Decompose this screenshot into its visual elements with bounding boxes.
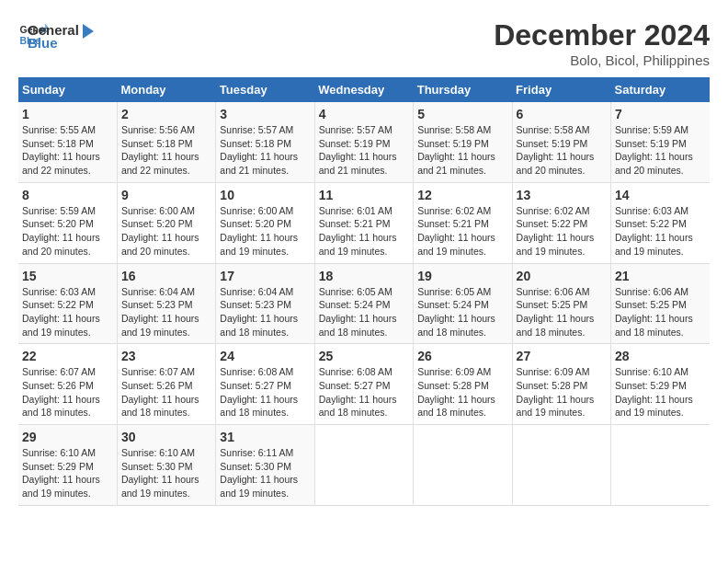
col-friday: Friday <box>512 77 610 102</box>
col-wednesday: Wednesday <box>314 77 413 102</box>
day-number: 12 <box>417 188 507 202</box>
table-cell: 4Sunrise: 5:57 AMSunset: 5:19 PMDaylight… <box>314 102 413 182</box>
table-cell: 25Sunrise: 6:08 AMSunset: 5:27 PMDayligh… <box>314 344 413 425</box>
page-title: December 2024 <box>494 18 710 52</box>
day-number: 18 <box>319 269 409 283</box>
calendar-week-1: 1Sunrise: 5:55 AMSunset: 5:18 PMDaylight… <box>18 102 710 182</box>
day-info: Sunrise: 6:00 AMSunset: 5:20 PMDaylight:… <box>220 205 298 257</box>
day-info: Sunrise: 5:57 AMSunset: 5:18 PMDaylight:… <box>220 124 298 176</box>
day-info: Sunrise: 5:58 AMSunset: 5:19 PMDaylight:… <box>517 124 595 176</box>
col-saturday: Saturday <box>611 77 710 102</box>
table-cell <box>611 425 710 506</box>
day-number: 10 <box>220 188 310 202</box>
table-cell: 28Sunrise: 6:10 AMSunset: 5:29 PMDayligh… <box>611 344 710 425</box>
table-cell: 11Sunrise: 6:01 AMSunset: 5:21 PMDayligh… <box>314 182 413 263</box>
day-number: 25 <box>319 349 409 363</box>
logo: General Blue General Blue <box>18 18 97 51</box>
day-info: Sunrise: 5:56 AMSunset: 5:18 PMDaylight:… <box>121 124 199 176</box>
day-info: Sunrise: 6:03 AMSunset: 5:22 PMDaylight:… <box>22 286 100 338</box>
day-info: Sunrise: 6:08 AMSunset: 5:27 PMDaylight:… <box>319 366 397 418</box>
day-info: Sunrise: 6:01 AMSunset: 5:21 PMDaylight:… <box>319 205 397 257</box>
day-info: Sunrise: 5:59 AMSunset: 5:19 PMDaylight:… <box>615 124 693 176</box>
col-thursday: Thursday <box>414 77 512 102</box>
col-monday: Monday <box>117 77 215 102</box>
calendar-week-3: 15Sunrise: 6:03 AMSunset: 5:22 PMDayligh… <box>18 263 710 344</box>
day-number: 28 <box>615 349 706 363</box>
table-cell: 15Sunrise: 6:03 AMSunset: 5:22 PMDayligh… <box>18 263 117 344</box>
table-cell: 27Sunrise: 6:09 AMSunset: 5:28 PMDayligh… <box>512 344 610 425</box>
day-info: Sunrise: 5:58 AMSunset: 5:19 PMDaylight:… <box>417 124 495 176</box>
day-info: Sunrise: 5:55 AMSunset: 5:18 PMDaylight:… <box>22 124 100 176</box>
calendar-week-2: 8Sunrise: 5:59 AMSunset: 5:20 PMDaylight… <box>18 182 710 263</box>
table-cell: 22Sunrise: 6:07 AMSunset: 5:26 PMDayligh… <box>18 344 117 425</box>
day-number: 15 <box>22 269 113 283</box>
calendar-week-5: 29Sunrise: 6:10 AMSunset: 5:29 PMDayligh… <box>18 425 710 506</box>
title-block: December 2024 Bolo, Bicol, Philippines <box>494 18 710 68</box>
day-number: 21 <box>615 269 706 283</box>
day-number: 30 <box>121 430 211 444</box>
calendar-week-4: 22Sunrise: 6:07 AMSunset: 5:26 PMDayligh… <box>18 344 710 425</box>
day-number: 4 <box>319 107 409 121</box>
table-cell: 20Sunrise: 6:06 AMSunset: 5:25 PMDayligh… <box>512 263 610 344</box>
page-subtitle: Bolo, Bicol, Philippines <box>494 52 710 68</box>
table-cell: 13Sunrise: 6:02 AMSunset: 5:22 PMDayligh… <box>512 182 610 263</box>
day-info: Sunrise: 6:02 AMSunset: 5:22 PMDaylight:… <box>517 205 595 257</box>
table-cell: 12Sunrise: 6:02 AMSunset: 5:21 PMDayligh… <box>414 182 512 263</box>
table-cell: 1Sunrise: 5:55 AMSunset: 5:18 PMDaylight… <box>18 102 117 182</box>
day-info: Sunrise: 6:07 AMSunset: 5:26 PMDaylight:… <box>22 366 100 418</box>
table-cell: 9Sunrise: 6:00 AMSunset: 5:20 PMDaylight… <box>117 182 215 263</box>
day-info: Sunrise: 6:09 AMSunset: 5:28 PMDaylight:… <box>517 366 595 418</box>
day-number: 3 <box>220 107 310 121</box>
logo-blue: Blue <box>28 35 79 51</box>
header-row: Sunday Monday Tuesday Wednesday Thursday… <box>18 77 710 102</box>
day-info: Sunrise: 6:06 AMSunset: 5:25 PMDaylight:… <box>615 286 693 338</box>
logo-arrow-icon <box>75 20 97 42</box>
day-info: Sunrise: 6:00 AMSunset: 5:20 PMDaylight:… <box>121 205 199 257</box>
day-info: Sunrise: 6:04 AMSunset: 5:23 PMDaylight:… <box>220 286 298 338</box>
day-number: 26 <box>417 349 507 363</box>
table-cell: 21Sunrise: 6:06 AMSunset: 5:25 PMDayligh… <box>611 263 710 344</box>
day-number: 29 <box>22 430 113 444</box>
day-info: Sunrise: 6:09 AMSunset: 5:28 PMDaylight:… <box>417 366 495 418</box>
day-number: 8 <box>22 188 113 202</box>
table-cell: 5Sunrise: 5:58 AMSunset: 5:19 PMDaylight… <box>414 102 512 182</box>
day-number: 22 <box>22 349 113 363</box>
day-info: Sunrise: 6:10 AMSunset: 5:29 PMDaylight:… <box>22 447 100 499</box>
day-number: 17 <box>220 269 310 283</box>
day-info: Sunrise: 6:04 AMSunset: 5:23 PMDaylight:… <box>121 286 199 338</box>
day-number: 7 <box>615 107 706 121</box>
table-cell <box>512 425 610 506</box>
day-info: Sunrise: 6:10 AMSunset: 5:30 PMDaylight:… <box>121 447 199 499</box>
day-number: 6 <box>517 107 607 121</box>
table-cell: 3Sunrise: 5:57 AMSunset: 5:18 PMDaylight… <box>216 102 314 182</box>
table-cell: 26Sunrise: 6:09 AMSunset: 5:28 PMDayligh… <box>414 344 512 425</box>
table-cell: 29Sunrise: 6:10 AMSunset: 5:29 PMDayligh… <box>18 425 117 506</box>
table-cell: 24Sunrise: 6:08 AMSunset: 5:27 PMDayligh… <box>216 344 314 425</box>
day-info: Sunrise: 5:57 AMSunset: 5:19 PMDaylight:… <box>319 124 397 176</box>
table-cell: 30Sunrise: 6:10 AMSunset: 5:30 PMDayligh… <box>117 425 215 506</box>
table-cell: 6Sunrise: 5:58 AMSunset: 5:19 PMDaylight… <box>512 102 610 182</box>
day-info: Sunrise: 6:06 AMSunset: 5:25 PMDaylight:… <box>517 286 595 338</box>
day-number: 23 <box>121 349 211 363</box>
table-cell: 31Sunrise: 6:11 AMSunset: 5:30 PMDayligh… <box>216 425 314 506</box>
day-number: 14 <box>615 188 706 202</box>
calendar-table: Sunday Monday Tuesday Wednesday Thursday… <box>18 77 710 506</box>
day-number: 9 <box>121 188 211 202</box>
table-cell: 14Sunrise: 6:03 AMSunset: 5:22 PMDayligh… <box>611 182 710 263</box>
day-number: 2 <box>121 107 211 121</box>
table-cell: 19Sunrise: 6:05 AMSunset: 5:24 PMDayligh… <box>414 263 512 344</box>
table-cell: 10Sunrise: 6:00 AMSunset: 5:20 PMDayligh… <box>216 182 314 263</box>
day-number: 31 <box>220 430 310 444</box>
table-cell: 2Sunrise: 5:56 AMSunset: 5:18 PMDaylight… <box>117 102 215 182</box>
table-cell: 23Sunrise: 6:07 AMSunset: 5:26 PMDayligh… <box>117 344 215 425</box>
day-info: Sunrise: 6:11 AMSunset: 5:30 PMDaylight:… <box>220 447 298 499</box>
day-info: Sunrise: 6:10 AMSunset: 5:29 PMDaylight:… <box>615 366 693 418</box>
day-number: 24 <box>220 349 310 363</box>
table-cell <box>314 425 413 506</box>
day-number: 11 <box>319 188 409 202</box>
day-info: Sunrise: 6:07 AMSunset: 5:26 PMDaylight:… <box>121 366 199 418</box>
day-number: 19 <box>417 269 507 283</box>
col-tuesday: Tuesday <box>216 77 314 102</box>
day-number: 16 <box>121 269 211 283</box>
page-header: General Blue General Blue December 2024 … <box>18 18 710 68</box>
